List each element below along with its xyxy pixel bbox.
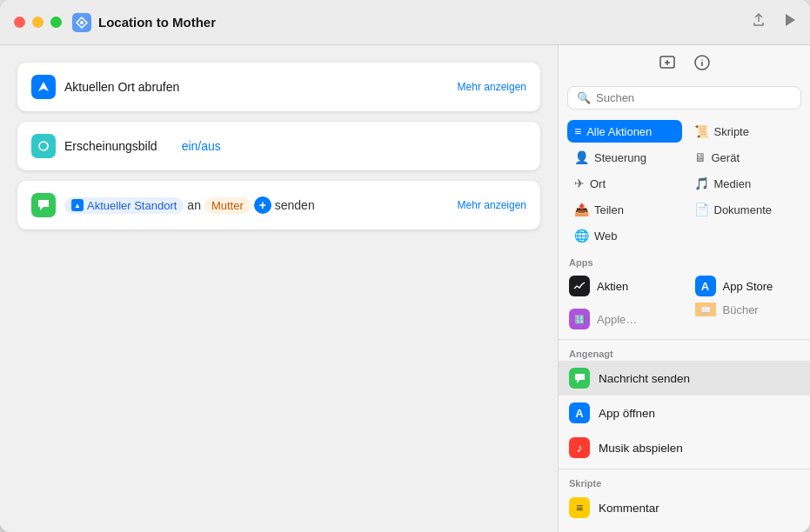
app-window: Location to Mother	[0, 0, 810, 532]
traffic-lights	[14, 17, 62, 28]
sidebar-item-ergebnis[interactable]: Q Ergebnis einblenden	[559, 525, 810, 532]
cat-dokumente-label: Dokumente	[714, 203, 772, 216]
cat-teilen-label: Teilen	[594, 203, 624, 216]
kommentar-icon: ≡	[569, 497, 590, 518]
action2-label: Erscheinungsbild	[64, 139, 157, 153]
cat-ort-label: Ort	[590, 177, 606, 190]
alle-icon: ≡	[574, 124, 581, 138]
sidebar-item-aktien[interactable]: Aktien	[559, 269, 685, 303]
sidebar-item-appstore[interactable]: A App Store	[685, 269, 811, 303]
apple-label: Apple…	[597, 313, 637, 326]
action1-more[interactable]: Mehr anzeigen	[458, 81, 526, 93]
gerat-icon: 🖥	[694, 150, 706, 164]
sidebar-item-nachricht[interactable]: Nachricht senden	[559, 361, 810, 396]
add-recipient-button[interactable]: +	[254, 196, 271, 214]
message-content: ▲ Aktueller Standort an Mutter + senden	[64, 196, 449, 214]
web-icon: 🌐	[574, 229, 589, 243]
app-icon	[72, 13, 91, 32]
kommentar-label: Kommentar	[599, 502, 659, 515]
sidebar-item-musik[interactable]: ♪ Musik abspielen	[559, 430, 810, 465]
app-offnen-icon: A	[569, 402, 590, 423]
cat-medien-label: Medien	[714, 177, 752, 190]
location-pill-icon: ▲	[71, 199, 84, 211]
svg-point-0	[80, 21, 84, 24]
pinned-section-label: Angenagt	[559, 343, 810, 361]
sidebar-item-apple[interactable]: 🔢 Apple…	[559, 303, 685, 336]
search-bar[interactable]: 🔍	[567, 86, 801, 110]
aktien-label: Aktien	[597, 280, 628, 293]
cat-teilen[interactable]: 📤 Teilen	[567, 198, 682, 221]
apps-grid: Aktien A App Store 🔢 Apple… 📖 Bücher	[559, 269, 810, 336]
apps-section-label: Apps	[559, 252, 810, 269]
location-icon	[31, 75, 56, 99]
sidebar-item-app-offnen[interactable]: A App öffnen	[559, 396, 810, 430]
medien-icon: 🎵	[694, 176, 709, 190]
window-title: Location to Mother	[98, 15, 751, 30]
nachricht-label: Nachricht senden	[599, 372, 690, 385]
message-icon	[31, 193, 56, 217]
action3-more[interactable]: Mehr anzeigen	[458, 199, 526, 211]
sidebar-add-button[interactable]	[659, 54, 676, 76]
skripte-icon: 📜	[694, 124, 709, 138]
aktien-icon	[569, 276, 590, 296]
divider-2	[559, 469, 810, 469]
musik-label: Musik abspielen	[599, 442, 683, 455]
steuerung-icon: 👤	[574, 150, 589, 164]
connector-senden: senden	[275, 198, 315, 212]
action-card-message[interactable]: ▲ Aktueller Standort an Mutter + senden …	[17, 181, 540, 229]
action-card-appearance[interactable]: Erscheinungsbild ein/aus	[17, 122, 540, 170]
connector-an: an	[187, 198, 201, 212]
recipient-pill[interactable]: Mutter	[204, 197, 251, 214]
close-button[interactable]	[14, 17, 25, 28]
search-icon: 🔍	[577, 91, 591, 104]
musik-icon: ♪	[569, 437, 590, 458]
categories-grid: ≡ Alle Aktionen 📜 Skripte 👤 Steuerung 🖥 …	[559, 116, 810, 252]
sidebar-item-bucher[interactable]: 📖 Bücher	[685, 303, 811, 316]
share-button[interactable]	[751, 12, 766, 32]
cat-gerat-label: Gerät	[712, 151, 740, 164]
divider-1	[559, 339, 810, 340]
action-card-location[interactable]: Aktuellen Ort abrufen Mehr anzeigen	[17, 63, 540, 111]
teilen-icon: 📤	[574, 203, 589, 216]
cat-dokumente[interactable]: 📄 Dokumente	[687, 198, 802, 221]
main-content: Aktuellen Ort abrufen Mehr anzeigen Ersc…	[0, 45, 810, 532]
action1-label: Aktuellen Ort abrufen	[64, 80, 449, 94]
location-pill[interactable]: ▲ Aktueller Standort	[64, 197, 184, 214]
cat-gerat[interactable]: 🖥 Gerät	[687, 146, 802, 169]
ort-icon: ✈	[574, 176, 585, 190]
search-input[interactable]	[596, 91, 792, 104]
sidebar-top-icons	[559, 45, 810, 81]
titlebar-actions	[751, 12, 796, 32]
cat-steuerung[interactable]: 👤 Steuerung	[567, 146, 682, 169]
cat-steuerung-label: Steuerung	[594, 151, 646, 164]
action2-toggle[interactable]: ein/aus	[182, 139, 221, 153]
dokumente-icon: 📄	[694, 203, 709, 216]
workflow-panel: Aktuellen Ort abrufen Mehr anzeigen Ersc…	[0, 45, 558, 532]
skripte-section-label: Skripte	[559, 473, 810, 490]
bucher-icon: 📖	[695, 303, 716, 316]
cat-web[interactable]: 🌐 Web	[567, 224, 682, 247]
nachricht-icon	[569, 368, 590, 389]
titlebar: Location to Mother	[0, 0, 810, 45]
sidebar: 🔍 ≡ Alle Aktionen 📜 Skripte 👤 Steuerung	[558, 45, 810, 532]
cat-skripte-label: Skripte	[714, 125, 749, 138]
sidebar-info-button[interactable]	[693, 54, 711, 76]
appearance-icon	[31, 134, 56, 158]
sidebar-list: Apps Aktien A App Store	[559, 252, 810, 532]
cat-alle-aktionen[interactable]: ≡ Alle Aktionen	[567, 120, 682, 143]
app-offnen-label: App öffnen	[599, 407, 655, 420]
cat-alle-label: Alle Aktionen	[586, 125, 652, 138]
cat-ort[interactable]: ✈ Ort	[567, 172, 682, 195]
bucher-label: Bücher	[723, 303, 759, 316]
apple-icon: 🔢	[569, 309, 590, 329]
maximize-button[interactable]	[50, 17, 62, 28]
cat-skripte[interactable]: 📜 Skripte	[687, 120, 802, 143]
minimize-button[interactable]	[32, 17, 44, 28]
appstore-label: App Store	[723, 280, 773, 293]
play-button[interactable]	[784, 13, 796, 31]
cat-web-label: Web	[594, 229, 618, 243]
cat-medien[interactable]: 🎵 Medien	[687, 172, 802, 195]
appstore-icon: A	[695, 276, 716, 296]
sidebar-item-kommentar[interactable]: ≡ Kommentar	[559, 490, 810, 525]
